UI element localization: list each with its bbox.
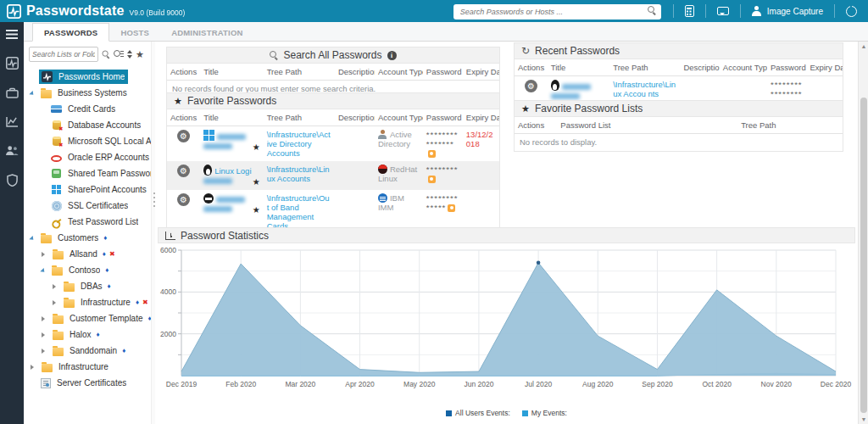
- column-header[interactable]: Tree Path: [609, 59, 680, 76]
- sidebar-search-icon[interactable]: [103, 51, 110, 59]
- tree-item-database-accounts[interactable]: Database Accounts: [29, 117, 151, 133]
- tree-item-dbas[interactable]: DBAs♦: [29, 278, 151, 294]
- column-header[interactable]: Account Type: [375, 109, 423, 126]
- expand-icon[interactable]: [53, 300, 58, 305]
- diamond-icon: ♦: [97, 331, 100, 338]
- reports-nav-icon[interactable]: [6, 116, 19, 127]
- expand-icon[interactable]: [42, 349, 47, 354]
- column-header[interactable]: Actions: [167, 64, 200, 81]
- passwords-nav-icon[interactable]: [6, 57, 19, 70]
- expand-icon[interactable]: [53, 284, 58, 289]
- tree-path-link[interactable]: \Infrastructure\Linux Accou nts: [613, 80, 676, 98]
- tree-item-customer-template[interactable]: Customer Template♦: [29, 310, 151, 326]
- favorite-star-icon[interactable]: ★: [253, 142, 260, 152]
- tree-item-server-certificates[interactable]: Server Certificates: [29, 375, 151, 391]
- column-header[interactable]: Tree Path: [264, 64, 335, 81]
- logout-button[interactable]: [835, 0, 868, 22]
- column-header[interactable]: Description: [335, 109, 375, 126]
- column-header[interactable]: Title: [200, 64, 263, 81]
- global-search-input[interactable]: [453, 4, 661, 20]
- tree-item-passwords-home[interactable]: Passwords Home: [29, 69, 151, 85]
- tab-hosts[interactable]: HOSTS: [109, 24, 160, 41]
- tree-item-infrastructure[interactable]: Infrastructure♦✖: [29, 294, 151, 310]
- image-capture-button[interactable]: Image Capture: [741, 0, 834, 22]
- tree-path-link[interactable]: \Infrastructure\Linux Accounts: [267, 165, 330, 183]
- search-icon[interactable]: [648, 6, 656, 14]
- column-header[interactable]: Expiry Date: [806, 59, 843, 76]
- sidebar-search-input[interactable]: [29, 47, 98, 62]
- feedback-button[interactable]: [706, 0, 740, 22]
- tree-item-infrastructure[interactable]: Infrastructure: [29, 359, 151, 375]
- copy-password-icon[interactable]: [428, 150, 436, 158]
- collapse-icon[interactable]: [40, 267, 47, 275]
- tree-item-credit-cards[interactable]: Credit Cards: [29, 101, 151, 117]
- column-header[interactable]: Tree Path: [737, 117, 843, 134]
- vertical-scrollbar[interactable]: ▲ ▼: [858, 42, 868, 424]
- tree-item-oracle-erp-accounts[interactable]: Oracle ERP Accounts: [29, 149, 151, 165]
- actions-menu-button[interactable]: ⚙: [525, 80, 537, 92]
- tree-path-link[interactable]: \Infrastructure\Out of Band Management C…: [267, 193, 330, 231]
- left-icon-rail: [0, 22, 24, 424]
- expand-icon[interactable]: [42, 252, 47, 257]
- column-header[interactable]: Description: [335, 64, 375, 81]
- collapse-icon[interactable]: [29, 90, 36, 98]
- passwordstate-logo-icon: [42, 71, 53, 82]
- column-header[interactable]: Actions: [515, 117, 557, 134]
- favorites-star-icon[interactable]: ★: [136, 50, 144, 59]
- column-header[interactable]: Account Type: [720, 59, 767, 76]
- tree-item-ssl-certificates[interactable]: SSL Certificates: [29, 198, 151, 214]
- column-header[interactable]: Password: [423, 64, 463, 81]
- favorite-star-icon[interactable]: ★: [253, 205, 260, 215]
- mobile-access-button[interactable]: [674, 0, 705, 22]
- actions-menu-button[interactable]: ⚙: [177, 165, 190, 177]
- scroll-down-icon[interactable]: ▼: [860, 416, 867, 422]
- tree-item-test-password-list[interactable]: Test Password List: [29, 214, 151, 230]
- hosts-nav-icon[interactable]: [6, 87, 19, 98]
- tree-path-link[interactable]: \Infrastructure\Active Directory Account…: [267, 130, 331, 158]
- column-header[interactable]: Expiry Date: [463, 64, 499, 81]
- database-x-icon: [53, 137, 61, 146]
- expand-icon[interactable]: [31, 365, 36, 370]
- tab-administration[interactable]: ADMINISTRATION: [160, 24, 253, 41]
- tree-item-label: Infrastructure: [81, 298, 131, 307]
- scrollbar-thumb[interactable]: [860, 98, 867, 413]
- copy-password-icon[interactable]: [448, 204, 455, 212]
- menu-icon[interactable]: [6, 30, 18, 39]
- tree-item-sharepoint-accounts[interactable]: SharePoint Accounts: [29, 181, 151, 198]
- tree-item-business-systems[interactable]: Business Systems: [29, 85, 151, 101]
- actions-menu-button[interactable]: ⚙: [177, 193, 190, 206]
- globe-icon: [52, 201, 62, 211]
- security-nav-icon[interactable]: [7, 174, 18, 187]
- column-header[interactable]: Tree Path: [264, 109, 335, 126]
- tree-item-sanddomain[interactable]: Sanddomain♦: [29, 343, 151, 359]
- password-title-link[interactable]: Linux Logi: [214, 166, 251, 176]
- column-header[interactable]: Password List: [557, 117, 737, 134]
- column-header[interactable]: Actions: [515, 59, 548, 76]
- advanced-search-icon[interactable]: [114, 49, 124, 59]
- tree-item-halox[interactable]: Halox♦: [29, 326, 151, 343]
- collapse-icon[interactable]: [29, 235, 36, 243]
- column-header[interactable]: Description: [680, 59, 719, 76]
- tree-item-allsand[interactable]: Allsand♦✖: [29, 246, 151, 262]
- expand-icon[interactable]: [42, 316, 47, 321]
- favorite-star-icon[interactable]: ★: [253, 177, 260, 187]
- actions-menu-button[interactable]: ⚙: [177, 130, 190, 142]
- column-header[interactable]: Password: [767, 59, 806, 76]
- users-nav-icon[interactable]: [5, 145, 19, 156]
- expand-icon[interactable]: [42, 332, 47, 338]
- column-header[interactable]: Title: [200, 109, 263, 126]
- column-header[interactable]: Title: [548, 59, 610, 76]
- tree-item-microsoft-sql-local-accounts[interactable]: Microsoft SQL Local Accounts: [29, 133, 151, 149]
- tab-passwords[interactable]: PASSWORDS: [32, 23, 109, 42]
- tree-item-contoso[interactable]: Contoso♦: [29, 262, 151, 278]
- tree-item-customers[interactable]: Customers♦: [29, 230, 151, 246]
- scroll-up-icon[interactable]: ▲: [860, 43, 867, 49]
- column-header[interactable]: Password: [423, 109, 463, 126]
- expand-collapse-icon[interactable]: [127, 50, 132, 59]
- column-header[interactable]: Expiry Date: [463, 109, 499, 126]
- column-header[interactable]: Account Type: [375, 64, 423, 81]
- info-icon[interactable]: i: [387, 51, 397, 60]
- column-header[interactable]: Actions: [167, 109, 200, 126]
- copy-password-icon[interactable]: [428, 176, 436, 183]
- tree-item-shared-team-passwords[interactable]: Shared Team Passwords: [29, 165, 151, 181]
